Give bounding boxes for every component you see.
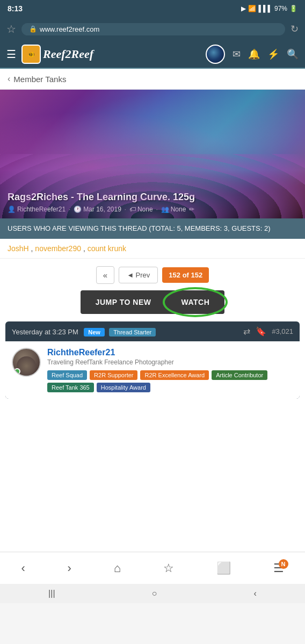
gesture-right: ‹ xyxy=(254,589,257,598)
logo-text: Reef2Reef xyxy=(43,47,93,61)
badge-reef-squad: Reef Squad xyxy=(47,370,87,380)
hero-meta: 👤 RichtheReefer21 · 🕐 Mar 16, 2019 · 🏷 N… xyxy=(8,206,297,213)
status-icons: ▶ 📶 ▌▌▌ 97% 🔋 xyxy=(241,5,297,12)
badge-thread-starter: Thread Starter xyxy=(109,328,156,336)
thread-title: Rags2Riches - The Learning Curve. 125g xyxy=(8,192,297,203)
gesture-home: ○ xyxy=(152,589,157,598)
lock-icon: 🔒 xyxy=(29,25,37,33)
status-time: 8:13 xyxy=(8,4,23,13)
hero-date: 🕐 Mar 16, 2019 xyxy=(74,206,121,213)
viewers-names: JoshH , november290 , count krunk xyxy=(0,239,305,259)
badge-r2r-supporter: R2R Supporter xyxy=(90,370,137,380)
viewer-joshhh[interactable]: JoshH xyxy=(8,244,29,253)
logo-box-icon: 🐠 xyxy=(28,52,34,57)
post-header-left: Yesterday at 3:23 PM New Thread Starter xyxy=(12,327,156,336)
watch-button[interactable]: WATCH xyxy=(166,290,224,314)
post-user-info: RichtheReefer21 Traveling ReefTank Freel… xyxy=(47,348,293,392)
badge-hospitality-award: Hospitality Award xyxy=(97,383,150,392)
home-button[interactable]: ⌂ xyxy=(114,561,121,575)
wifi-icon: 📶 xyxy=(248,5,256,12)
tag-icon: 🏷 xyxy=(129,206,136,213)
lightning-icon[interactable]: ⚡ xyxy=(267,48,279,60)
hamburger-menu-icon[interactable]: ☰ xyxy=(6,48,16,61)
prev-page-button[interactable]: ◄ Prev xyxy=(119,267,158,283)
browser-bar: ☆ 🔒 www.reef2reef.com ↻ xyxy=(0,17,305,41)
viewers-label: USERS WHO ARE VIEWING THIS THREAD (TOTAL… xyxy=(8,224,271,232)
notification-badge: N xyxy=(279,559,288,569)
post-username[interactable]: RichtheReefer21 xyxy=(47,348,293,357)
post-header-right: ⇄ 🔖 #3,021 xyxy=(243,326,293,336)
youtube-icon: ▶ xyxy=(241,5,246,12)
hero-tags: 🏷 None xyxy=(129,206,153,213)
jump-to-new-button[interactable]: JUMP TO NEW xyxy=(81,290,166,314)
main-content: ‹ Member Tanks Rags2Riches - The Learnin… xyxy=(0,69,305,552)
post-number: #3,021 xyxy=(272,327,293,335)
url-text: www.reef2reef.com xyxy=(40,25,99,33)
bottom-nav: ‹ › ⌂ ☆ ⬜ ☰ N xyxy=(0,552,305,584)
post-header: Yesterday at 3:23 PM New Thread Starter … xyxy=(5,321,300,341)
gesture-left: ||| xyxy=(48,589,55,598)
battery-icon: 🔋 xyxy=(289,5,297,12)
user-avatar[interactable] xyxy=(206,45,225,64)
badge-new: New xyxy=(84,328,105,336)
breadcrumb[interactable]: ‹ Member Tanks xyxy=(0,69,305,90)
poster-avatar[interactable] xyxy=(12,348,41,377)
hero-members: 👥 None xyxy=(161,206,186,213)
signal-icon: ▌▌▌ xyxy=(258,5,272,12)
nav-actions: ✉ 🔔 ⚡ 🔍 xyxy=(206,45,299,64)
url-bar[interactable]: 🔒 www.reef2reef.com xyxy=(21,23,285,35)
battery-text: 97% xyxy=(274,5,287,12)
breadcrumb-text: Member Tanks xyxy=(13,75,66,84)
share-icon[interactable]: ⇄ xyxy=(243,326,250,336)
gesture-bar: ||| ○ ‹ xyxy=(0,584,305,603)
reload-icon[interactable]: ↻ xyxy=(291,23,299,35)
search-icon[interactable]: 🔍 xyxy=(287,48,299,60)
forward-button[interactable]: › xyxy=(68,561,71,575)
thread-hero-image: Rags2Riches - The Learning Curve. 125g 👤… xyxy=(0,90,305,218)
badge-reef-tank-365: Reef Tank 365 xyxy=(47,383,94,392)
menu-button[interactable]: ☰ N xyxy=(273,561,284,575)
user-badges: Reef Squad R2R Supporter R2R Excellence … xyxy=(47,370,293,392)
current-page-badge: 152 of 152 xyxy=(162,267,209,283)
favorites-button[interactable]: ☆ xyxy=(163,561,174,575)
action-buttons: JUMP TO NEW WATCH xyxy=(0,287,305,321)
viewers-section: USERS WHO ARE VIEWING THIS THREAD (TOTAL… xyxy=(0,218,305,239)
viewer-november290[interactable]: november290 xyxy=(35,244,81,253)
first-page-button[interactable]: « xyxy=(96,266,114,284)
back-button[interactable]: ‹ xyxy=(21,561,25,575)
notifications-icon[interactable]: 🔔 xyxy=(248,48,260,60)
clock-icon: 🕐 xyxy=(74,206,82,213)
site-logo[interactable]: 🐠 Reef2Reef xyxy=(21,45,206,64)
online-indicator xyxy=(14,368,20,375)
status-bar: 8:13 ▶ 📶 ▌▌▌ 97% 🔋 xyxy=(0,0,305,17)
pagination-area: « ◄ Prev 152 of 152 xyxy=(0,259,305,287)
post-timestamp: Yesterday at 3:23 PM xyxy=(12,328,78,336)
user-icon: 👤 xyxy=(8,206,16,213)
bookmark-icon[interactable]: ☆ xyxy=(6,23,16,35)
members-icon: 👥 xyxy=(161,206,169,213)
messages-icon[interactable]: ✉ xyxy=(233,48,241,60)
tabs-button[interactable]: ⬜ xyxy=(216,561,231,575)
badge-r2r-excellence: R2R Excellence Award xyxy=(140,370,209,380)
nav-bar: ☰ 🐠 Reef2Reef ✉ 🔔 ⚡ 🔍 xyxy=(0,41,305,69)
save-icon[interactable]: 🔖 xyxy=(256,326,266,336)
hero-overlay: Rags2Riches - The Learning Curve. 125g 👤… xyxy=(0,170,305,218)
post-user-title: Traveling ReefTank Freelance Photographe… xyxy=(47,358,293,366)
logo-box: 🐠 xyxy=(21,45,41,64)
hero-author: 👤 RichtheReefer21 xyxy=(8,206,66,213)
edit-icon: ✏ xyxy=(189,206,194,213)
post-body: RichtheReefer21 Traveling ReefTank Freel… xyxy=(5,341,300,399)
viewer-count-krunk[interactable]: count krunk xyxy=(88,244,126,253)
post-card: Yesterday at 3:23 PM New Thread Starter … xyxy=(5,321,300,399)
back-icon[interactable]: ‹ xyxy=(8,74,10,84)
badge-article-contributor: Article Contributor xyxy=(212,370,267,380)
